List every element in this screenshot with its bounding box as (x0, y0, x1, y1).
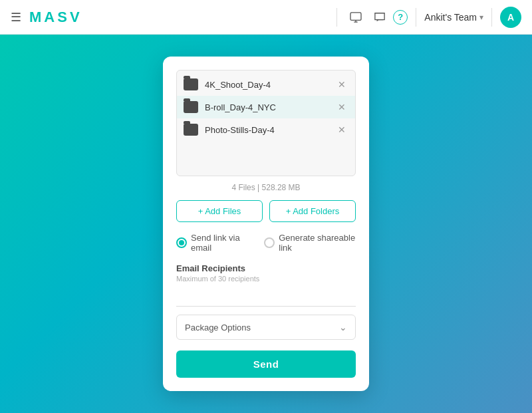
shareable-link-option[interactable]: Generate shareable link (264, 233, 356, 253)
send-via-email-option[interactable]: Send link via email (176, 233, 251, 253)
navbar: ☰ MASV ? Ankit's Team ▾ A (0, 0, 532, 35)
nav-divider-3 (491, 8, 492, 27)
file-item: B-roll_Day-4_NYC ✕ (177, 96, 355, 118)
nav-divider-1 (336, 8, 337, 27)
file-name: B-roll_Day-4_NYC (205, 102, 335, 112)
send-email-label: Send link via email (191, 233, 251, 253)
send-options-row: Send link via email Generate shareable l… (176, 233, 356, 253)
monitor-icon[interactable] (345, 7, 366, 28)
file-list: 4K_Shoot_Day-4 ✕ B-roll_Day-4_NYC ✕ Phot… (176, 70, 356, 176)
file-name: 4K_Shoot_Day-4 (205, 80, 335, 90)
folder-icon (184, 101, 198, 113)
file-remove-button[interactable]: ✕ (335, 100, 348, 114)
nav-right: ? Ankit's Team ▾ A (331, 7, 521, 28)
menu-icon[interactable]: ☰ (11, 10, 21, 25)
add-files-button[interactable]: + Add Files (176, 200, 263, 222)
chat-icon[interactable] (369, 7, 390, 28)
package-options-label: Package Options (185, 323, 251, 333)
file-item: 4K_Shoot_Day-4 ✕ (177, 73, 355, 96)
user-avatar[interactable]: A (500, 7, 521, 28)
team-label: Ankit's Team (424, 12, 477, 23)
add-buttons-row: + Add Files + Add Folders (176, 200, 356, 222)
file-remove-button[interactable]: ✕ (335, 78, 348, 91)
package-options-dropdown[interactable]: Package Options ⌄ (176, 315, 356, 340)
team-selector[interactable]: Ankit's Team ▾ (424, 12, 483, 23)
email-recipients-label: Email Recipients (176, 263, 356, 273)
add-folders-button[interactable]: + Add Folders (269, 200, 356, 222)
upload-card: 4K_Shoot_Day-4 ✕ B-roll_Day-4_NYC ✕ Phot… (163, 57, 369, 391)
file-item: Photo-Stills-Day-4 ✕ (177, 118, 355, 141)
app-logo: MASV (29, 9, 331, 26)
shareable-link-label: Generate shareable link (279, 233, 356, 253)
file-stats: 4 Files | 528.28 MB (176, 183, 356, 192)
file-remove-button[interactable]: ✕ (335, 123, 348, 136)
send-button[interactable]: Send (176, 350, 356, 378)
svg-rect-0 (350, 12, 361, 20)
email-recipients-input[interactable] (176, 291, 356, 307)
team-chevron-icon: ▾ (479, 13, 483, 22)
send-email-radio[interactable] (176, 237, 187, 248)
folder-icon (184, 124, 198, 136)
dropdown-chevron-icon: ⌄ (339, 322, 347, 333)
help-icon[interactable]: ? (393, 10, 408, 25)
email-recipients-hint: Maximum of 30 recipients (176, 275, 356, 283)
nav-divider-2 (416, 8, 416, 27)
folder-icon (184, 78, 198, 90)
shareable-link-radio[interactable] (264, 237, 275, 248)
file-name: Photo-Stills-Day-4 (205, 125, 335, 135)
main-content: 4K_Shoot_Day-4 ✕ B-roll_Day-4_NYC ✕ Phot… (0, 35, 532, 413)
